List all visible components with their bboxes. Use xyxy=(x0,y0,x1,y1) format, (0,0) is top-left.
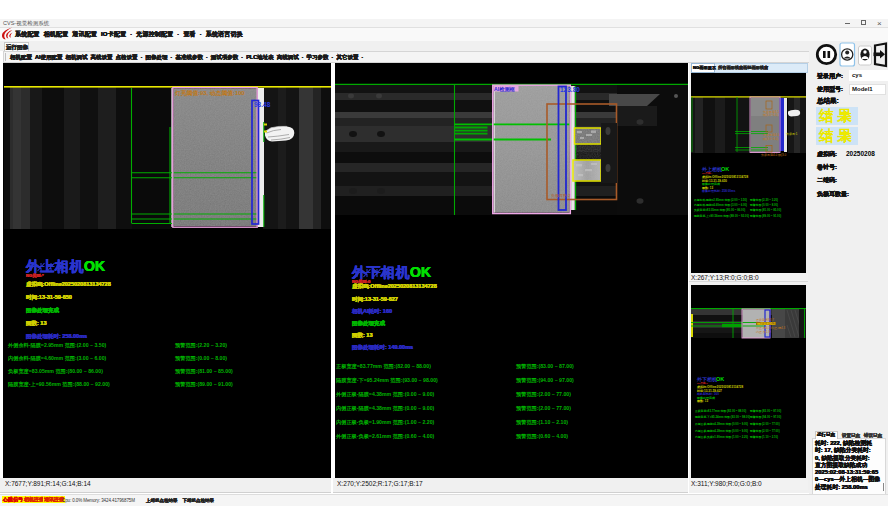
svg-text:图像处理耗时: 258.00ms: 图像处理耗时: 258.00ms xyxy=(702,189,736,193)
svg-text:隔膜宽度-下=95.24mm 范围:(93.00 ~ 98.: 隔膜宽度-下=95.24mm 范围:(93.00 ~ 98.00) xyxy=(695,415,750,419)
svg-text:预警范围:(2.00 ~ 77.00): 预警范围:(2.00 ~ 77.00) xyxy=(749,422,780,426)
svg-text:外侧余料-隔膜=2.95mm 范围:(2.00 ~ 3.50: 外侧余料-隔膜=2.95mm 范围:(2.00 ~ 3.50) xyxy=(693,198,747,202)
svg-text:限(3.0~6.0): 限(3.0~6.0) xyxy=(763,137,778,141)
svg-text:内侧余料-隔膜=4.60mm 范围:(3.00 ~ 6.00: 内侧余料-隔膜=4.60mm 范围:(3.00 ~ 6.00) xyxy=(694,203,747,207)
svg-text:预警范围:(94.00 ~ 97.00): 预警范围:(94.00 ~ 97.00) xyxy=(749,415,781,419)
svg-text:隔膜宽度-上=90.56mm 范围:(88.00 ~ 92.: 隔膜宽度-上=90.56mm 范围:(88.00 ~ 92.00) xyxy=(694,214,749,218)
svg-text:OK: OK xyxy=(716,376,724,382)
svg-text:预警范围:(1.10 ~ 2.10): 预警范围:(1.10 ~ 2.10) xyxy=(749,435,778,439)
svg-text:预警范围:(81.00 ~ 85.00): 预警范围:(81.00 ~ 85.00) xyxy=(749,208,781,212)
svg-text:负极耳宽4.0 限(3.0: 负极耳宽4.0 限(3.0 xyxy=(761,153,787,157)
svg-text:93.48: 93.48 xyxy=(254,101,271,108)
svg-text:内侧正极-负极=1.90mm 范围:(1.00 ~ 2.20: 内侧正极-负极=1.90mm 范围:(1.00 ~ 2.20) xyxy=(695,435,748,439)
svg-text:内正-负1.9: 内正-负1.9 xyxy=(756,330,771,334)
svg-text:预警范围:(2.00 ~ 77.00): 预警范围:(2.00 ~ 77.00) xyxy=(749,429,780,433)
svg-text:灯亮阈值:93, 动态阈值:100: 灯亮阈值:93, 动态阈值:100 xyxy=(174,89,245,97)
svg-text:内侧正极-隔膜=4.38mm 范围:(0.00 ~ 9.00: 内侧正极-隔膜=4.38mm 范围:(0.00 ~ 9.00) xyxy=(695,429,748,433)
svg-text:圈数: 13: 圈数: 13 xyxy=(697,399,709,403)
svg-text:限(3.0~6.0): 限(3.0~6.0) xyxy=(763,113,778,117)
svg-text:正极宽度=83.77mm 范围:(82.00 ~ 88.00: 正极宽度=83.77mm 范围:(82.00 ~ 88.00) xyxy=(694,409,746,413)
svg-text:OK: OK xyxy=(721,166,729,172)
svg-text:预警范围:(89.00 ~ 91.00): 预警范围:(89.00 ~ 91.00) xyxy=(749,214,781,218)
svg-text:负极耳数:2: 负极耳数:2 xyxy=(550,193,571,198)
svg-text:外侧正极-隔膜=4.38mm 范围:(0.00 ~ 9.00: 外侧正极-隔膜=4.38mm 范围:(0.00 ~ 9.00) xyxy=(694,422,748,426)
svg-text:123.80: 123.80 xyxy=(560,86,580,93)
svg-text:预警范围:(83.00 ~ 87.00): 预警范围:(83.00 ~ 87.00) xyxy=(749,409,781,413)
svg-text:预警范围:(0.00 ~ 8.00): 预警范围:(0.00 ~ 8.00) xyxy=(749,203,778,207)
svg-text:负极宽度=83.05mm 范围:(80.00 ~ 86.00: 负极宽度=83.05mm 范围:(80.00 ~ 86.00) xyxy=(693,208,745,212)
svg-text:负极耳:1: 负极耳:1 xyxy=(786,132,798,136)
svg-text:预警范围:(2.20 ~ 3.20): 预警范围:(2.20 ~ 3.20) xyxy=(749,198,778,202)
svg-text:AI检测框: AI检测框 xyxy=(494,86,516,93)
